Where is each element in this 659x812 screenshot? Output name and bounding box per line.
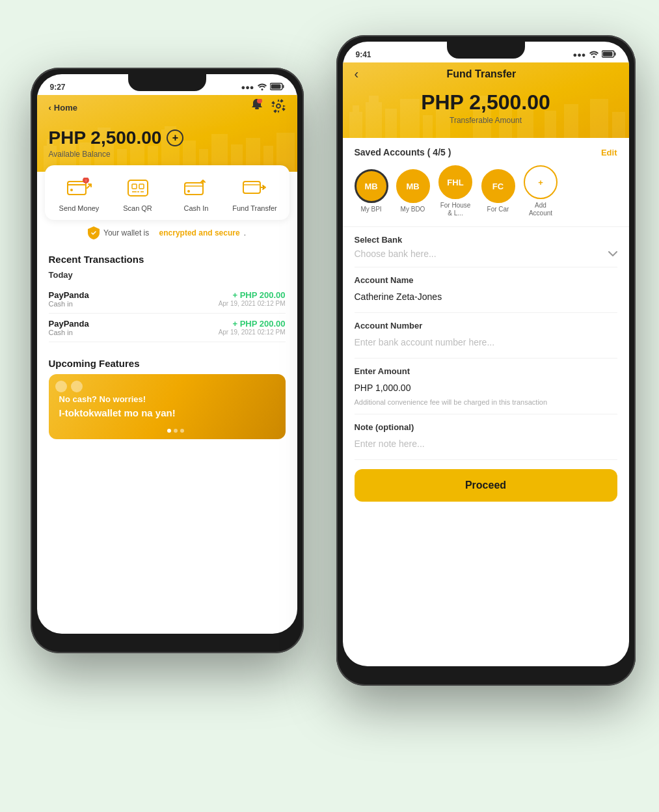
account-for-car[interactable]: FC For Car <box>481 169 515 213</box>
account-my-bpi[interactable]: MB My BPI <box>355 169 388 213</box>
svg-point-37 <box>187 190 190 193</box>
svg-rect-23 <box>255 107 259 109</box>
svg-point-25 <box>276 104 280 108</box>
notch-2 <box>447 42 525 59</box>
home-label: Home <box>54 103 77 113</box>
avatar-initials-for-car: FC <box>492 182 504 191</box>
avatar-label-my-bdo: My BDO <box>401 206 425 213</box>
transaction-type-1: Cash in <box>49 300 89 308</box>
phone-2: 9:41 ●●● <box>336 35 636 686</box>
fund-transfer-action[interactable]: Fund Transfer <box>232 176 278 212</box>
status-icons-1: ●●● <box>241 83 284 92</box>
svg-rect-42 <box>602 52 612 57</box>
settings-icon[interactable] <box>271 99 286 116</box>
phone-1: 9:27 ●●● <box>31 68 304 653</box>
account-name-label: Account Name <box>355 275 617 285</box>
fund-transfer-title: Fund Transfer <box>358 68 604 80</box>
select-bank-label: Select Bank <box>355 235 617 245</box>
note-label: Note (optional) <box>355 422 617 432</box>
amount-input[interactable] <box>355 380 617 396</box>
note-group: Note (optional) <box>355 414 617 460</box>
add-balance-button[interactable]: + <box>167 129 183 146</box>
promo-text: No cash? No worries! I-toktokwallet mo n… <box>59 394 176 419</box>
avatar-label-for-car: For Car <box>487 206 509 213</box>
cash-in-label: Cash In <box>184 204 209 212</box>
account-number-input[interactable] <box>355 334 617 350</box>
saved-accounts-header: Saved Accounts ( 4/5 ) Edit <box>355 147 617 157</box>
svg-rect-26 <box>68 182 86 195</box>
account-for-house[interactable]: FHL For House & L... <box>438 165 474 217</box>
account-name-group: Account Name <box>355 267 617 313</box>
note-input[interactable] <box>355 436 617 452</box>
scan-qr-action[interactable]: Scan QR <box>115 176 161 212</box>
amount-label: Enter Amount <box>355 366 617 376</box>
promo-banner[interactable]: No cash? No worries! I-toktokwallet mo n… <box>49 374 286 439</box>
battery-icon <box>270 83 284 92</box>
svg-rect-2 <box>282 85 284 88</box>
svg-rect-30 <box>128 180 148 196</box>
avatar-label-add: Add Account <box>523 202 559 217</box>
transaction-name-2: PayPanda <box>49 319 89 329</box>
promo-dots <box>167 429 184 433</box>
svg-rect-3 <box>271 85 280 89</box>
encrypted-text: encrypted and secure <box>159 228 240 237</box>
send-money-icon: ! <box>64 176 95 200</box>
back-button[interactable]: ‹ Home <box>49 103 77 113</box>
avatar-initials-add: + <box>538 178 543 187</box>
balance-amount: PHP 2,500.00 + <box>49 128 286 148</box>
wifi-icon <box>258 83 267 92</box>
signal-icon: ●●● <box>241 83 254 91</box>
transaction-amount-1: + PHP 200.00 <box>219 290 286 300</box>
security-suffix: . <box>244 228 246 237</box>
svg-rect-36 <box>185 183 203 195</box>
avatar-add: + <box>524 165 558 199</box>
fund-transfer-header: ‹ Fund Transfer PHP 2,500.00 Transferabl… <box>343 62 629 138</box>
select-bank-group: Select Bank Choose bank here... <box>355 227 617 267</box>
battery-icon-2 <box>602 50 616 59</box>
transaction-right-2: + PHP 200.00 Apr 19, 2021 02:12 PM <box>219 319 286 336</box>
select-bank-dropdown[interactable]: Choose bank here... <box>355 249 617 259</box>
fund-transfer-nav: ‹ Fund Transfer <box>355 62 617 90</box>
security-badge: Your wallet is encrypted and secure. <box>37 220 297 246</box>
back-chevron-icon: ‹ <box>49 103 51 113</box>
svg-rect-34 <box>137 191 139 193</box>
chevron-down-icon <box>608 251 617 256</box>
ft-balance-label: Transferable Amount <box>355 116 617 125</box>
account-add[interactable]: + Add Account <box>523 165 559 217</box>
transaction-details-1: PayPanda Cash in <box>49 290 89 308</box>
promo-decoration <box>55 381 83 392</box>
time-2: 9:41 <box>356 50 371 59</box>
send-money-action[interactable]: ! Send Money <box>57 176 102 212</box>
transaction-type-2: Cash in <box>49 329 89 336</box>
avatar-initials-my-bpi: MB <box>364 182 377 191</box>
svg-rect-33 <box>132 191 137 193</box>
fund-transfer-form: Select Bank Choose bank here... Account … <box>343 227 629 460</box>
transaction-date-2: Apr 19, 2021 02:12 PM <box>219 329 286 336</box>
saved-accounts-section: Saved Accounts ( 4/5 ) Edit MB My BPI MB <box>343 138 629 227</box>
ft-back-button[interactable]: ‹ <box>355 66 359 81</box>
proceed-button[interactable]: Proceed <box>355 469 617 502</box>
cash-in-action[interactable]: Cash In <box>174 176 219 212</box>
avatar-for-car: FC <box>481 169 515 203</box>
account-my-bdo[interactable]: MB My BDO <box>396 169 430 213</box>
nav-icons <box>250 99 286 116</box>
edit-accounts-button[interactable]: Edit <box>601 148 617 157</box>
amount-hint: Additional convenience fee will be charg… <box>355 398 617 406</box>
account-number-group: Account Number <box>355 313 617 359</box>
status-icons-2: ●●● <box>573 50 616 59</box>
signal-icon-2: ●●● <box>573 51 586 59</box>
today-label: Today <box>49 270 286 280</box>
amount-group: Enter Amount Additional convenience fee … <box>355 359 617 414</box>
account-name-input[interactable] <box>355 289 617 304</box>
svg-rect-38 <box>243 182 260 193</box>
proceed-label: Proceed <box>465 480 506 491</box>
upcoming-section: Upcoming Features No cash? No worries! I… <box>37 350 297 447</box>
security-prefix: Your wallet is <box>103 228 149 237</box>
transaction-item-1: PayPanda Cash in + PHP 200.00 Apr 19, 20… <box>49 285 286 314</box>
saved-accounts-title: Saved Accounts ( 4/5 ) <box>355 147 451 157</box>
svg-rect-31 <box>132 184 137 189</box>
svg-rect-35 <box>141 191 144 193</box>
home-header: ‹ Home PHP 2,500.00 <box>37 95 297 172</box>
transaction-right-1: + PHP 200.00 Apr 19, 2021 02:12 PM <box>219 290 286 307</box>
notification-icon[interactable] <box>250 99 263 116</box>
